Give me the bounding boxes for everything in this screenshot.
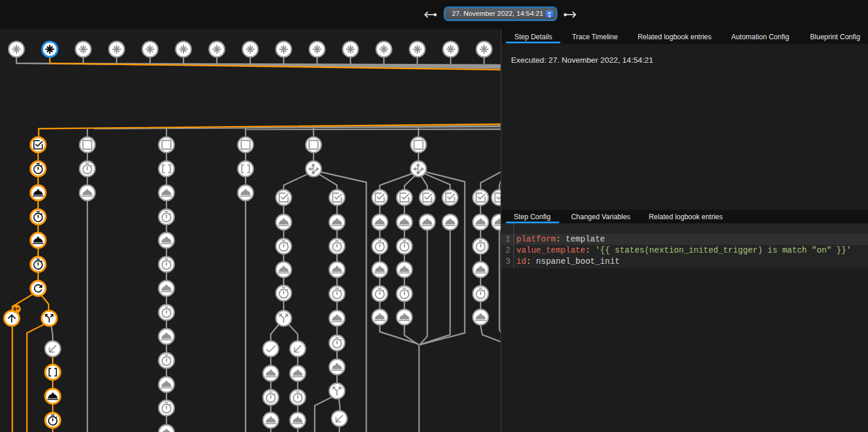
svg-text:9+: 9+ — [13, 305, 20, 312]
